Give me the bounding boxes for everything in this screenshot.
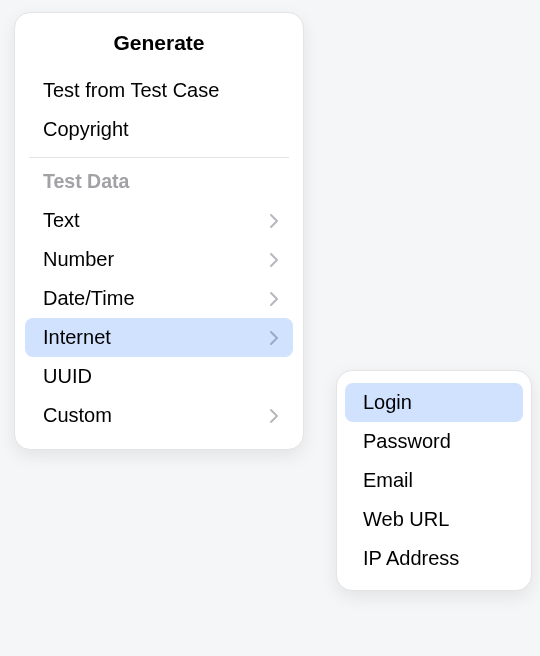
menu-item-uuid[interactable]: UUID [25, 357, 293, 396]
submenu-item-web-url[interactable]: Web URL [345, 500, 523, 539]
menu-item-label: Web URL [363, 508, 449, 531]
generate-menu: Generate Test from Test Case Copyright T… [14, 12, 304, 450]
chevron-right-icon [269, 330, 279, 346]
chevron-right-icon [269, 213, 279, 229]
menu-item-label: Internet [43, 326, 111, 349]
menu-item-date-time[interactable]: Date/Time [25, 279, 293, 318]
internet-submenu: Login Password Email Web URL IP Address [336, 370, 532, 591]
menu-item-internet[interactable]: Internet [25, 318, 293, 357]
menu-item-label: Number [43, 248, 114, 271]
menu-item-label: Text [43, 209, 80, 232]
menu-item-label: Password [363, 430, 451, 453]
menu-item-label: IP Address [363, 547, 459, 570]
submenu-item-email[interactable]: Email [345, 461, 523, 500]
menu-item-label: Login [363, 391, 412, 414]
menu-item-text[interactable]: Text [25, 201, 293, 240]
menu-item-label: Date/Time [43, 287, 135, 310]
menu-item-custom[interactable]: Custom [25, 396, 293, 435]
menu-item-number[interactable]: Number [25, 240, 293, 279]
menu-title: Generate [25, 27, 293, 71]
submenu-item-ip-address[interactable]: IP Address [345, 539, 523, 578]
submenu-item-password[interactable]: Password [345, 422, 523, 461]
chevron-right-icon [269, 291, 279, 307]
menu-item-label: UUID [43, 365, 92, 388]
chevron-right-icon [269, 408, 279, 424]
chevron-right-icon [269, 252, 279, 268]
menu-item-label: Test from Test Case [43, 79, 219, 102]
menu-item-copyright[interactable]: Copyright [25, 110, 293, 149]
menu-item-label: Email [363, 469, 413, 492]
menu-divider [29, 157, 289, 158]
menu-item-test-from-test-case[interactable]: Test from Test Case [25, 71, 293, 110]
menu-section-header: Test Data [25, 166, 293, 201]
submenu-item-login[interactable]: Login [345, 383, 523, 422]
menu-item-label: Copyright [43, 118, 129, 141]
menu-item-label: Custom [43, 404, 112, 427]
